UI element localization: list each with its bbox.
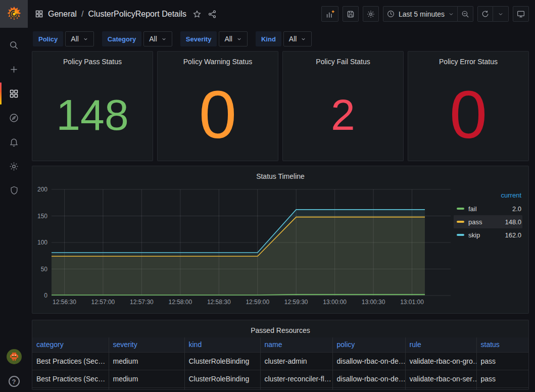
svg-text:12:56:30: 12:56:30: [53, 299, 76, 306]
panel-title[interactable]: Passed Resources: [32, 323, 528, 337]
breadcrumb-section[interactable]: General: [48, 10, 77, 19]
grafana-logo[interactable]: [0, 0, 28, 28]
chevron-down-icon: [498, 11, 504, 17]
panel-policy-warning-status: Policy Warning Status 0: [157, 51, 278, 161]
filter-label: Category: [102, 31, 141, 46]
panel-title[interactable]: Policy Fail Status: [283, 55, 403, 69]
save-dashboard-button[interactable]: [343, 6, 359, 22]
svg-text:12:58:30: 12:58:30: [207, 299, 231, 306]
svg-text:12:58:00: 12:58:00: [168, 299, 192, 306]
filter-category: Category All: [102, 31, 172, 46]
help-glyph: ?: [12, 378, 16, 385]
column-header-name[interactable]: name: [260, 337, 332, 352]
plus-icon: [9, 64, 19, 75]
kiosk-mode-button[interactable]: [513, 6, 529, 22]
series-color-swatch: [457, 234, 464, 236]
stat-value: 0: [199, 81, 237, 149]
top-nav: General / ClusterPolicyReport Details: [28, 0, 535, 28]
series-label[interactable]: pass: [468, 218, 482, 226]
table-row: Best Practices (Sec… medium ClusterRoleB…: [32, 352, 528, 370]
filter-policy: Policy All: [33, 31, 94, 46]
cell-rule: validate-rbac-on-ser…: [405, 370, 476, 387]
save-icon: [346, 10, 355, 19]
gear-icon: [366, 10, 375, 19]
filter-label: Kind: [256, 31, 281, 46]
panel-policy-error-status: Policy Error Status 0: [408, 51, 529, 161]
panel-passed-resources: Passed Resources category severity kind …: [32, 320, 529, 390]
cell-status: pass: [476, 352, 528, 370]
dashboard-grid-icon: [35, 10, 43, 18]
monitor-icon: [516, 10, 525, 19]
timeline-plot-area[interactable]: 05010015020012:56:3012:57:0012:57:3012:5…: [32, 183, 454, 313]
panel-policy-fail-status: Policy Fail Status 2: [282, 51, 404, 161]
add-panel-icon: [325, 9, 335, 19]
chevron-down-icon: [161, 36, 167, 42]
column-header-rule[interactable]: rule: [405, 337, 476, 352]
svg-text:150: 150: [37, 213, 47, 220]
sidebar-item-configuration[interactable]: [0, 154, 28, 178]
chart-legend: current fail 2.0 pass 148.0 skip 162.0: [454, 183, 528, 313]
filter-severity: Severity All: [180, 31, 248, 46]
cell-severity: medium: [109, 370, 184, 387]
sidebar-item-search[interactable]: [0, 33, 28, 57]
passed-resources-table: category severity kind name policy rule …: [32, 337, 528, 389]
column-header-severity[interactable]: severity: [109, 337, 184, 352]
filter-label: Severity: [180, 31, 217, 46]
legend-column-header[interactable]: current: [454, 191, 522, 199]
svg-text:100: 100: [37, 239, 47, 246]
filter-selected-value: All: [149, 35, 157, 43]
panel-title[interactable]: Status Timeline: [32, 169, 528, 183]
filter-value-dropdown[interactable]: All: [143, 31, 172, 46]
template-variable-filters: Policy All Category All Severity All Kin…: [33, 31, 529, 46]
share-button[interactable]: [208, 10, 217, 19]
svg-text:12:57:30: 12:57:30: [130, 299, 154, 306]
dashboards-grid-icon: [9, 88, 19, 99]
filter-selected-value: All: [71, 35, 79, 43]
series-current-value: 2.0: [512, 205, 521, 213]
sidebar-item-server-admin[interactable]: [0, 178, 28, 203]
series-label[interactable]: fail: [468, 205, 477, 213]
filter-value-dropdown[interactable]: All: [283, 31, 312, 46]
time-range-picker[interactable]: Last 5 minutes: [383, 6, 458, 22]
table-row: Best Practices (Sec… medium ClusterRoleB…: [32, 370, 528, 387]
series-color-swatch: [457, 221, 464, 223]
time-controls: Last 5 minutes: [383, 6, 473, 22]
add-panel-button[interactable]: [321, 6, 338, 22]
panel-title[interactable]: Policy Pass Status: [32, 55, 153, 69]
series-label[interactable]: skip: [468, 231, 480, 239]
page-title: ClusterPolicyReport Details: [88, 10, 186, 19]
refresh-interval-dropdown[interactable]: [493, 6, 509, 22]
panel-title[interactable]: Policy Warning Status: [158, 55, 278, 69]
legend-row-fail: fail 2.0: [454, 202, 522, 215]
timeline-chart[interactable]: 05010015020012:56:3012:57:0012:57:3012:5…: [32, 183, 454, 311]
help-button[interactable]: ?: [9, 376, 20, 387]
sidebar-item-dashboards[interactable]: [0, 81, 28, 106]
column-header-status[interactable]: status: [476, 337, 528, 352]
cell-category: Best Practices (Sec…: [32, 370, 109, 387]
table-header-row: category severity kind name policy rule …: [32, 337, 528, 352]
dashboard-settings-button[interactable]: [363, 6, 379, 22]
star-button[interactable]: [192, 10, 202, 19]
sidebar-item-explore[interactable]: [0, 106, 28, 130]
grafana-flame-icon: [6, 6, 23, 23]
refresh-button[interactable]: [477, 6, 493, 22]
sidebar-item-create[interactable]: [0, 57, 28, 81]
sidebar: ?: [0, 0, 28, 392]
series-current-value: 148.0: [505, 218, 521, 226]
cell-policy: disallow-rbac-on-de…: [332, 352, 405, 370]
sidebar-item-alerting[interactable]: [0, 130, 28, 154]
legend-row-pass: pass 148.0: [454, 215, 522, 228]
column-header-policy[interactable]: policy: [332, 337, 405, 352]
column-header-category[interactable]: category: [32, 337, 109, 352]
zoom-out-button[interactable]: [458, 6, 473, 22]
user-avatar[interactable]: [7, 349, 22, 366]
filter-value-dropdown[interactable]: All: [65, 31, 94, 46]
zoom-out-icon: [461, 10, 470, 19]
svg-text:13:00:00: 13:00:00: [323, 299, 347, 306]
column-header-kind[interactable]: kind: [184, 337, 260, 352]
chevron-down-icon: [236, 36, 242, 42]
panel-title[interactable]: Policy Error Status: [408, 55, 528, 69]
filter-value-dropdown[interactable]: All: [219, 31, 248, 46]
filter-selected-value: All: [289, 35, 297, 43]
cell-category: Best Practices (Sec…: [32, 352, 109, 370]
